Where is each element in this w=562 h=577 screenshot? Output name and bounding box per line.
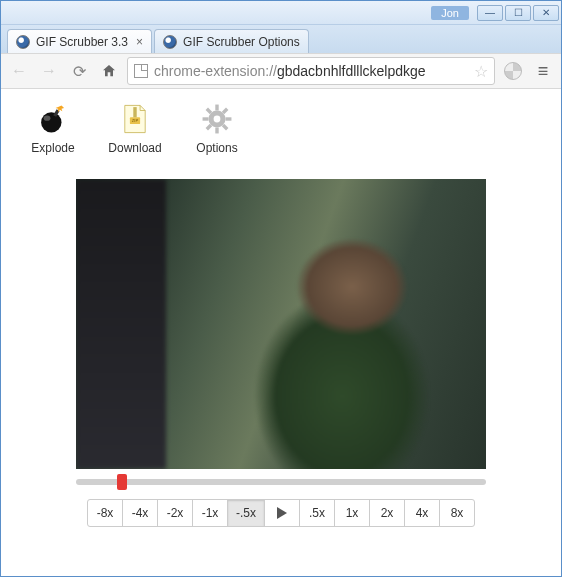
speed-button[interactable]: .5x — [299, 499, 335, 527]
page-content: Explode ZIP Download — [1, 89, 561, 539]
play-icon — [277, 507, 287, 519]
speed-button[interactable]: 2x — [369, 499, 405, 527]
back-button: ← — [7, 59, 31, 83]
bomb-icon — [35, 101, 71, 137]
speed-button[interactable]: -.5x — [227, 499, 265, 527]
bookmark-star-icon[interactable]: ☆ — [474, 62, 488, 81]
explode-button[interactable]: Explode — [21, 101, 85, 155]
explode-label: Explode — [31, 141, 74, 155]
svg-point-0 — [41, 112, 61, 132]
speed-button[interactable]: -2x — [157, 499, 193, 527]
speed-button[interactable]: 1x — [334, 499, 370, 527]
play-button[interactable] — [264, 499, 300, 527]
home-icon — [101, 63, 117, 79]
download-button[interactable]: ZIP Download — [103, 101, 167, 155]
gif-display[interactable] — [76, 179, 486, 469]
user-badge[interactable]: Jon — [431, 6, 469, 20]
svg-point-1 — [44, 116, 51, 121]
forward-button: → — [37, 59, 61, 83]
svg-point-7 — [214, 116, 221, 123]
page-icon — [134, 64, 148, 78]
tab-gif-scrubber[interactable]: GIF Scrubber 3.3 × — [7, 29, 152, 53]
svg-rect-10 — [203, 117, 209, 120]
svg-rect-9 — [215, 128, 218, 134]
svg-rect-5 — [133, 107, 136, 117]
zip-icon: ZIP — [117, 101, 153, 137]
extension-icon — [504, 62, 522, 80]
extension-button[interactable] — [501, 59, 525, 83]
download-label: Download — [108, 141, 161, 155]
svg-rect-8 — [215, 105, 218, 111]
gear-icon — [199, 101, 235, 137]
window-titlebar: Jon — ☐ ✕ — [1, 1, 561, 25]
tab-close-icon[interactable]: × — [136, 35, 143, 49]
speed-button[interactable]: -1x — [192, 499, 228, 527]
speed-button[interactable]: 8x — [439, 499, 475, 527]
scrub-track[interactable] — [76, 479, 486, 485]
maximize-button[interactable]: ☐ — [505, 5, 531, 21]
scrub-thumb[interactable] — [117, 474, 127, 490]
chrome-menu-button[interactable]: ≡ — [531, 59, 555, 83]
close-window-button[interactable]: ✕ — [533, 5, 559, 21]
svg-text:ZIP: ZIP — [132, 118, 139, 123]
options-button[interactable]: Options — [185, 101, 249, 155]
viewer: -8x-4x-2x-1x-.5x.5x1x2x4x8x — [76, 179, 486, 527]
tab-title: GIF Scrubber 3.3 — [36, 35, 128, 49]
minimize-button[interactable]: — — [477, 5, 503, 21]
speed-button[interactable]: 4x — [404, 499, 440, 527]
options-label: Options — [196, 141, 237, 155]
favicon-icon — [16, 35, 30, 49]
tab-gif-scrubber-options[interactable]: GIF Scrubber Options — [154, 29, 309, 53]
browser-toolbar: ← → ⟳ chrome-extension://gbdacbnhlfdlllc… — [1, 53, 561, 89]
tab-strip: GIF Scrubber 3.3 × GIF Scrubber Options — [1, 25, 561, 53]
tab-title: GIF Scrubber Options — [183, 35, 300, 49]
reload-button[interactable]: ⟳ — [67, 59, 91, 83]
speed-controls: -8x-4x-2x-1x-.5x.5x1x2x4x8x — [76, 499, 486, 527]
favicon-icon — [163, 35, 177, 49]
svg-rect-11 — [226, 117, 232, 120]
speed-button[interactable]: -4x — [122, 499, 158, 527]
speed-button[interactable]: -8x — [87, 499, 123, 527]
omnibox[interactable]: chrome-extension://gbdacbnhlfdlllckelpdk… — [127, 57, 495, 85]
action-row: Explode ZIP Download — [21, 101, 541, 155]
home-button[interactable] — [97, 59, 121, 83]
url-text: chrome-extension://gbdacbnhlfdlllckelpdk… — [154, 63, 468, 79]
